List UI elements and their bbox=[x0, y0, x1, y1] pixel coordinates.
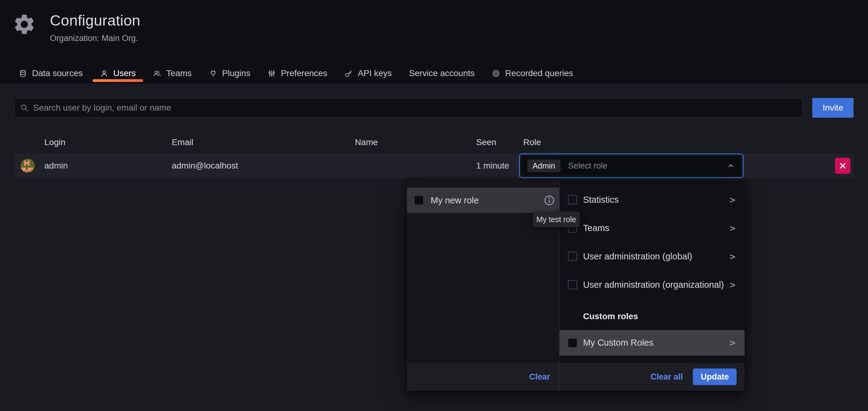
tab-users[interactable]: Users bbox=[91, 63, 144, 84]
page-title: Configuration bbox=[50, 12, 141, 29]
database-icon bbox=[19, 69, 27, 78]
my-new-role-checkbox[interactable] bbox=[414, 196, 424, 205]
menu-item-label: Teams bbox=[583, 223, 609, 233]
users-icon bbox=[153, 69, 161, 78]
tab-plugins[interactable]: Plugins bbox=[200, 63, 259, 84]
menu-item-user-administration-organizational[interactable]: User administration (organizational) > bbox=[560, 277, 745, 292]
update-button[interactable]: Update bbox=[693, 369, 737, 385]
role-select-placeholder: Select role bbox=[568, 161, 608, 171]
submenu-arrow-icon: > bbox=[730, 251, 735, 262]
submenu-arrow-icon: > bbox=[730, 223, 735, 234]
column-role: Role bbox=[519, 138, 744, 147]
search-icon bbox=[20, 104, 29, 112]
chevron-up-icon bbox=[727, 162, 735, 170]
page-header-band: Configuration Organization: Main Org. Da… bbox=[0, 0, 868, 84]
page-header: Configuration Organization: Main Org. bbox=[12, 12, 141, 43]
role-tooltip: My test role bbox=[533, 212, 580, 227]
key-icon bbox=[344, 69, 353, 78]
menu-item-my-custom-roles[interactable]: My Custom Roles > bbox=[560, 330, 745, 356]
tab-label: API keys bbox=[358, 68, 392, 78]
sliders-icon bbox=[268, 69, 276, 78]
avatar bbox=[21, 159, 35, 173]
menu-item-label: Statistics bbox=[583, 195, 619, 205]
clear-all-button[interactable]: Clear all bbox=[650, 372, 683, 382]
tab-label: Recorded queries bbox=[505, 68, 573, 78]
users-content: Invite Login Email Name Seen Role bbox=[0, 84, 868, 411]
tab-label: Data sources bbox=[32, 68, 83, 78]
tab-recorded-queries[interactable]: Recorded queries bbox=[483, 63, 582, 84]
user-admin-global-checkbox[interactable] bbox=[568, 252, 577, 261]
invite-button[interactable]: Invite bbox=[812, 98, 854, 118]
my-custom-roles-checkbox[interactable] bbox=[568, 338, 577, 348]
role-badge-admin: Admin bbox=[527, 159, 560, 172]
custom-roles-section-header: Custom roles bbox=[583, 312, 745, 321]
menu-item-label: User administration (global) bbox=[583, 252, 692, 262]
menu-item-my-new-role[interactable]: My new role bbox=[407, 187, 559, 213]
users-toolbar: Invite bbox=[14, 98, 854, 118]
tab-bar: Data sources Users Teams Plugins Prefere… bbox=[10, 63, 582, 84]
page-subtitle: Organization: Main Org. bbox=[50, 34, 141, 43]
menu-item-user-administration-global[interactable]: User administration (global) > bbox=[560, 249, 745, 263]
gear-icon bbox=[12, 12, 36, 36]
tab-teams[interactable]: Teams bbox=[144, 63, 200, 84]
user-login: admin bbox=[44, 161, 172, 171]
menu-item-statistics[interactable]: Statistics > bbox=[560, 193, 745, 207]
avatar-cell bbox=[14, 159, 44, 173]
tab-label: Preferences bbox=[281, 68, 327, 78]
statistics-checkbox[interactable] bbox=[568, 195, 577, 204]
tab-service-accounts[interactable]: Service accounts bbox=[400, 63, 483, 84]
tab-label: Plugins bbox=[222, 68, 251, 78]
remove-user-button[interactable] bbox=[835, 158, 850, 174]
menu-item-label: User administration (organizational) bbox=[583, 280, 724, 290]
role-cell: Admin Select role bbox=[519, 153, 744, 178]
search-input[interactable] bbox=[33, 103, 797, 113]
tab-label: Teams bbox=[166, 68, 191, 78]
submenu-arrow-icon: > bbox=[730, 195, 735, 205]
search-box bbox=[14, 98, 803, 118]
column-email: Email bbox=[172, 138, 355, 147]
users-table-header: Login Email Name Seen Role bbox=[14, 134, 854, 151]
info-icon[interactable] bbox=[544, 195, 555, 206]
tab-data-sources[interactable]: Data sources bbox=[10, 63, 91, 84]
close-icon bbox=[839, 162, 846, 170]
plug-icon bbox=[209, 69, 217, 78]
tab-label: Users bbox=[113, 68, 136, 78]
submenu-arrow-icon: > bbox=[730, 280, 735, 290]
submenu-arrow-icon: > bbox=[730, 337, 735, 348]
user-admin-org-checkbox[interactable] bbox=[568, 280, 577, 289]
menu-item-teams[interactable]: Teams > bbox=[560, 221, 745, 235]
record-icon bbox=[492, 69, 500, 78]
menu-item-label: My new role bbox=[431, 195, 478, 206]
user-seen: 1 minute bbox=[476, 161, 519, 171]
role-picker-dropdown: My new role Clear Statistics > Teams > bbox=[407, 180, 745, 391]
left-panel-footer: Clear bbox=[407, 363, 559, 391]
role-select[interactable]: Admin Select role bbox=[519, 153, 744, 178]
column-seen: Seen bbox=[476, 138, 519, 147]
tab-label: Service accounts bbox=[409, 68, 475, 78]
right-panel-footer: Clear all Update bbox=[560, 363, 745, 391]
user-email: admin@localhost bbox=[172, 161, 355, 171]
user-icon bbox=[100, 69, 108, 78]
column-login: Login bbox=[44, 138, 172, 147]
role-picker-right-panel: Statistics > Teams > User administration… bbox=[560, 180, 745, 391]
tab-preferences[interactable]: Preferences bbox=[259, 63, 336, 84]
clear-button[interactable]: Clear bbox=[529, 372, 550, 382]
tab-api-keys[interactable]: API keys bbox=[336, 63, 400, 84]
menu-item-label: My Custom Roles bbox=[583, 338, 653, 348]
column-name: Name bbox=[355, 138, 476, 147]
user-table-row: admin admin@localhost 1 minute Admin Sel… bbox=[14, 153, 854, 178]
